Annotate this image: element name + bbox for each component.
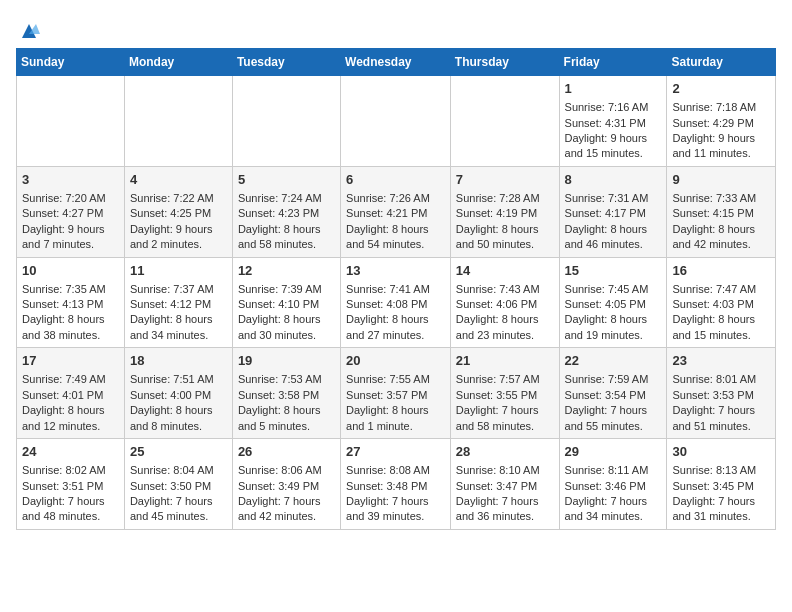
day-number: 23 [672,352,770,370]
calendar-cell: 18Sunrise: 7:51 AM Sunset: 4:00 PM Dayli… [124,348,232,439]
day-number: 16 [672,262,770,280]
logo-icon [18,20,40,42]
calendar-cell: 12Sunrise: 7:39 AM Sunset: 4:10 PM Dayli… [232,257,340,348]
calendar-cell: 2Sunrise: 7:18 AM Sunset: 4:29 PM Daylig… [667,76,776,167]
calendar-cell: 23Sunrise: 8:01 AM Sunset: 3:53 PM Dayli… [667,348,776,439]
calendar-cell: 24Sunrise: 8:02 AM Sunset: 3:51 PM Dayli… [17,439,125,530]
calendar-cell: 27Sunrise: 8:08 AM Sunset: 3:48 PM Dayli… [341,439,451,530]
day-number: 1 [565,80,662,98]
day-info: Sunrise: 8:02 AM Sunset: 3:51 PM Dayligh… [22,464,106,522]
calendar-cell: 19Sunrise: 7:53 AM Sunset: 3:58 PM Dayli… [232,348,340,439]
day-info: Sunrise: 7:39 AM Sunset: 4:10 PM Dayligh… [238,283,322,341]
calendar-cell: 8Sunrise: 7:31 AM Sunset: 4:17 PM Daylig… [559,166,667,257]
day-info: Sunrise: 7:59 AM Sunset: 3:54 PM Dayligh… [565,373,649,431]
day-info: Sunrise: 8:01 AM Sunset: 3:53 PM Dayligh… [672,373,756,431]
calendar-cell: 21Sunrise: 7:57 AM Sunset: 3:55 PM Dayli… [450,348,559,439]
calendar-cell [341,76,451,167]
day-info: Sunrise: 8:08 AM Sunset: 3:48 PM Dayligh… [346,464,430,522]
calendar-cell: 4Sunrise: 7:22 AM Sunset: 4:25 PM Daylig… [124,166,232,257]
calendar-cell: 17Sunrise: 7:49 AM Sunset: 4:01 PM Dayli… [17,348,125,439]
day-info: Sunrise: 7:24 AM Sunset: 4:23 PM Dayligh… [238,192,322,250]
day-number: 7 [456,171,554,189]
day-number: 2 [672,80,770,98]
day-info: Sunrise: 8:10 AM Sunset: 3:47 PM Dayligh… [456,464,540,522]
day-info: Sunrise: 7:20 AM Sunset: 4:27 PM Dayligh… [22,192,106,250]
day-number: 27 [346,443,445,461]
calendar-week-1: 1Sunrise: 7:16 AM Sunset: 4:31 PM Daylig… [17,76,776,167]
day-info: Sunrise: 7:26 AM Sunset: 4:21 PM Dayligh… [346,192,430,250]
calendar-week-3: 10Sunrise: 7:35 AM Sunset: 4:13 PM Dayli… [17,257,776,348]
calendar-cell: 20Sunrise: 7:55 AM Sunset: 3:57 PM Dayli… [341,348,451,439]
calendar-cell: 25Sunrise: 8:04 AM Sunset: 3:50 PM Dayli… [124,439,232,530]
calendar-table: SundayMondayTuesdayWednesdayThursdayFrid… [16,48,776,530]
day-number: 13 [346,262,445,280]
day-number: 26 [238,443,335,461]
day-number: 5 [238,171,335,189]
day-number: 10 [22,262,119,280]
day-info: Sunrise: 7:18 AM Sunset: 4:29 PM Dayligh… [672,101,756,159]
day-number: 18 [130,352,227,370]
day-number: 19 [238,352,335,370]
day-number: 3 [22,171,119,189]
page-header [16,16,776,40]
calendar-header-wednesday: Wednesday [341,49,451,76]
calendar-week-5: 24Sunrise: 8:02 AM Sunset: 3:51 PM Dayli… [17,439,776,530]
calendar-cell: 1Sunrise: 7:16 AM Sunset: 4:31 PM Daylig… [559,76,667,167]
day-number: 25 [130,443,227,461]
calendar-cell: 3Sunrise: 7:20 AM Sunset: 4:27 PM Daylig… [17,166,125,257]
day-info: Sunrise: 7:31 AM Sunset: 4:17 PM Dayligh… [565,192,649,250]
calendar-cell [232,76,340,167]
day-number: 4 [130,171,227,189]
day-info: Sunrise: 8:13 AM Sunset: 3:45 PM Dayligh… [672,464,756,522]
day-number: 9 [672,171,770,189]
calendar-week-2: 3Sunrise: 7:20 AM Sunset: 4:27 PM Daylig… [17,166,776,257]
calendar-cell: 11Sunrise: 7:37 AM Sunset: 4:12 PM Dayli… [124,257,232,348]
day-info: Sunrise: 7:35 AM Sunset: 4:13 PM Dayligh… [22,283,106,341]
calendar-cell: 28Sunrise: 8:10 AM Sunset: 3:47 PM Dayli… [450,439,559,530]
day-number: 8 [565,171,662,189]
calendar-header-sunday: Sunday [17,49,125,76]
calendar-cell: 7Sunrise: 7:28 AM Sunset: 4:19 PM Daylig… [450,166,559,257]
day-info: Sunrise: 8:06 AM Sunset: 3:49 PM Dayligh… [238,464,322,522]
day-number: 15 [565,262,662,280]
day-number: 17 [22,352,119,370]
calendar-header-tuesday: Tuesday [232,49,340,76]
day-number: 28 [456,443,554,461]
day-number: 22 [565,352,662,370]
day-info: Sunrise: 7:33 AM Sunset: 4:15 PM Dayligh… [672,192,756,250]
day-number: 14 [456,262,554,280]
day-info: Sunrise: 7:28 AM Sunset: 4:19 PM Dayligh… [456,192,540,250]
calendar-cell: 14Sunrise: 7:43 AM Sunset: 4:06 PM Dayli… [450,257,559,348]
day-info: Sunrise: 7:53 AM Sunset: 3:58 PM Dayligh… [238,373,322,431]
day-info: Sunrise: 7:47 AM Sunset: 4:03 PM Dayligh… [672,283,756,341]
calendar-cell: 26Sunrise: 8:06 AM Sunset: 3:49 PM Dayli… [232,439,340,530]
day-number: 24 [22,443,119,461]
calendar-header-friday: Friday [559,49,667,76]
calendar-header-monday: Monday [124,49,232,76]
day-number: 30 [672,443,770,461]
day-info: Sunrise: 8:04 AM Sunset: 3:50 PM Dayligh… [130,464,214,522]
calendar-header-saturday: Saturday [667,49,776,76]
day-info: Sunrise: 7:16 AM Sunset: 4:31 PM Dayligh… [565,101,649,159]
calendar-cell [17,76,125,167]
day-info: Sunrise: 7:22 AM Sunset: 4:25 PM Dayligh… [130,192,214,250]
day-info: Sunrise: 8:11 AM Sunset: 3:46 PM Dayligh… [565,464,649,522]
calendar-cell [124,76,232,167]
day-info: Sunrise: 7:49 AM Sunset: 4:01 PM Dayligh… [22,373,106,431]
calendar-cell: 13Sunrise: 7:41 AM Sunset: 4:08 PM Dayli… [341,257,451,348]
calendar-week-4: 17Sunrise: 7:49 AM Sunset: 4:01 PM Dayli… [17,348,776,439]
calendar-cell: 30Sunrise: 8:13 AM Sunset: 3:45 PM Dayli… [667,439,776,530]
day-info: Sunrise: 7:55 AM Sunset: 3:57 PM Dayligh… [346,373,430,431]
calendar-cell: 6Sunrise: 7:26 AM Sunset: 4:21 PM Daylig… [341,166,451,257]
calendar-cell: 22Sunrise: 7:59 AM Sunset: 3:54 PM Dayli… [559,348,667,439]
calendar-header-thursday: Thursday [450,49,559,76]
calendar-cell: 29Sunrise: 8:11 AM Sunset: 3:46 PM Dayli… [559,439,667,530]
day-number: 6 [346,171,445,189]
logo [16,20,40,40]
day-info: Sunrise: 7:37 AM Sunset: 4:12 PM Dayligh… [130,283,214,341]
day-info: Sunrise: 7:45 AM Sunset: 4:05 PM Dayligh… [565,283,649,341]
calendar-cell: 9Sunrise: 7:33 AM Sunset: 4:15 PM Daylig… [667,166,776,257]
day-info: Sunrise: 7:41 AM Sunset: 4:08 PM Dayligh… [346,283,430,341]
day-number: 29 [565,443,662,461]
calendar-cell [450,76,559,167]
